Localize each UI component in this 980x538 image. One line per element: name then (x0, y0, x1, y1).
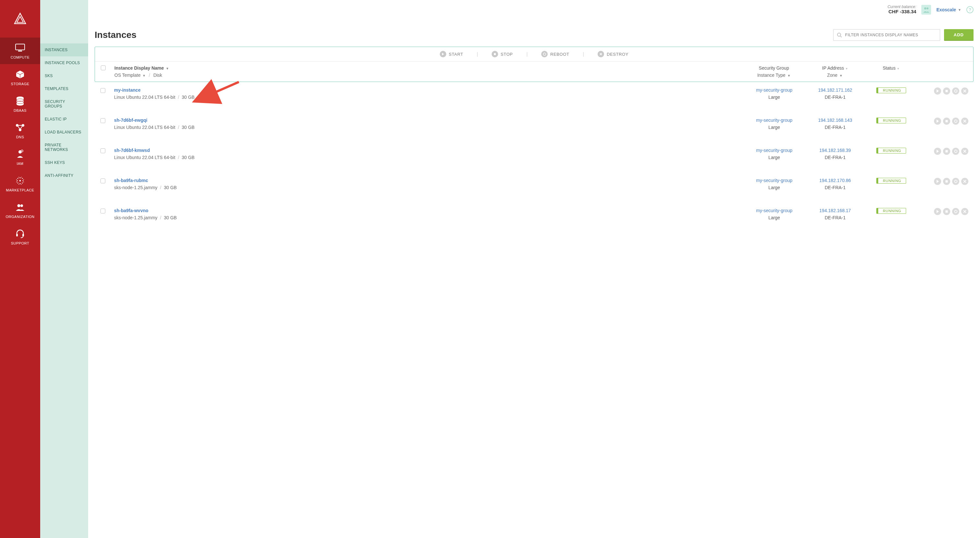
row-checkbox[interactable] (100, 148, 105, 153)
subnav-elastic-ip[interactable]: ELASTIC IP (40, 113, 88, 126)
row-actions (920, 148, 968, 155)
subnav-instance-pools[interactable]: INSTANCE POOLS (40, 56, 88, 69)
subnav-instances[interactable]: INSTANCES (40, 43, 88, 56)
row-stop-button[interactable] (943, 148, 950, 155)
row-destroy-button[interactable] (961, 208, 968, 215)
svg-point-20 (21, 177, 22, 178)
svg-point-22 (21, 184, 22, 185)
col-security-group[interactable]: Security Group (759, 65, 789, 71)
row-reboot-button[interactable] (952, 117, 959, 125)
row-stop-button[interactable] (943, 178, 950, 185)
stop-icon (492, 51, 498, 57)
avatar (921, 5, 931, 14)
svg-point-31 (924, 8, 926, 10)
zone-label: DE-FRA-1 (808, 185, 863, 190)
svg-rect-1 (18, 51, 22, 51)
ip-link[interactable]: 194.182.170.86 (819, 178, 851, 183)
nav-dbaas[interactable]: DBAAS (0, 91, 40, 117)
filter-box[interactable] (833, 29, 940, 41)
svg-point-15 (18, 178, 19, 179)
nav-storage[interactable]: STORAGE (0, 64, 40, 91)
row-reboot-button[interactable] (952, 87, 959, 95)
subnav-anti-affinity[interactable]: ANTI-AFFINITY (40, 169, 88, 182)
row-destroy-button[interactable] (961, 148, 968, 155)
security-group-link[interactable]: my-security-group (756, 178, 792, 183)
col-ip[interactable]: IP Address ▾ (822, 65, 848, 71)
subnav-load-balancers[interactable]: LOAD BALANCERS (40, 126, 88, 139)
svg-rect-37 (946, 90, 948, 92)
nav-marketplace[interactable]: MARKETPLACE (0, 170, 40, 197)
ip-link[interactable]: 194.182.168.143 (818, 117, 852, 123)
svg-point-21 (19, 184, 19, 185)
col-zone[interactable]: Zone ▼ (827, 73, 843, 78)
svg-point-25 (23, 179, 24, 180)
row-actions (920, 208, 968, 215)
row-start-button[interactable] (934, 87, 941, 95)
nav-label: ORGANIZATION (6, 215, 35, 219)
col-status[interactable]: Status ▾ (883, 65, 899, 71)
ip-link[interactable]: 194.182.168.17 (819, 208, 851, 213)
ip-link[interactable]: 194.182.171.162 (818, 87, 852, 93)
row-checkbox[interactable] (100, 209, 105, 213)
row-start-button[interactable] (934, 117, 941, 125)
bulk-stop[interactable]: STOP (492, 51, 513, 57)
nav-support[interactable]: SUPPORT (0, 224, 40, 238)
subnav-security-groups[interactable]: SECURITY GROUPS (40, 95, 88, 113)
instance-name-link[interactable]: sh-ba9fa-wvvno (114, 208, 148, 213)
people-icon (14, 202, 25, 213)
help-icon[interactable]: ? (966, 6, 974, 13)
row-start-button[interactable] (934, 148, 941, 155)
table-row: sh-ba9fa-rubmc sks-node-1.25.jammy/30 GB… (95, 172, 974, 195)
ip-link[interactable]: 194.182.168.39 (819, 148, 851, 153)
col-os-template[interactable]: OS Template ▼ (115, 73, 145, 78)
chevron-down-icon: ▼ (958, 8, 961, 12)
nav-organization[interactable]: ORGANIZATION (0, 197, 40, 224)
row-destroy-button[interactable] (961, 178, 968, 185)
security-group-link[interactable]: my-security-group (756, 208, 792, 213)
svg-rect-38 (946, 120, 948, 122)
add-button[interactable]: ADD (944, 29, 974, 41)
row-stop-button[interactable] (943, 208, 950, 215)
subnav-templates[interactable]: TEMPLATES (40, 82, 88, 95)
row-reboot-button[interactable] (952, 208, 959, 215)
row-start-button[interactable] (934, 178, 941, 185)
security-group-link[interactable]: my-security-group (756, 148, 792, 153)
row-reboot-button[interactable] (952, 148, 959, 155)
instance-name-link[interactable]: sh-7d6bf-ewgqi (114, 117, 148, 123)
svg-point-24 (16, 182, 17, 183)
row-stop-button[interactable] (943, 87, 950, 95)
filter-input[interactable] (845, 32, 937, 38)
instance-name-link[interactable]: sh-ba9fa-rubmc (114, 178, 148, 183)
subnav-private-networks[interactable]: PRIVATE NETWORKS (40, 139, 88, 156)
row-start-button[interactable] (934, 208, 941, 215)
instance-name-link[interactable]: sh-7d6bf-kmwsd (114, 148, 150, 153)
row-reboot-button[interactable] (952, 178, 959, 185)
row-checkbox[interactable] (100, 118, 105, 123)
col-name[interactable]: Instance Display Name ▼ (115, 65, 169, 71)
select-all-checkbox[interactable] (101, 65, 106, 70)
instance-type: Large (743, 215, 805, 220)
col-instance-type[interactable]: Instance Type ▼ (757, 73, 791, 78)
page-title: Instances (95, 30, 137, 40)
instance-name-link[interactable]: my-instance (114, 87, 141, 93)
nav-iam[interactable]: IAM (0, 144, 40, 170)
bulk-action-bar: START | STOP | REBOOT | DESTROY (95, 47, 973, 62)
bulk-reboot[interactable]: REBOOT (541, 51, 570, 57)
nav-compute[interactable]: COMPUTE (0, 38, 40, 64)
org-dropdown[interactable]: Exoscale ▼ (936, 7, 961, 12)
security-group-link[interactable]: my-security-group (756, 87, 792, 93)
row-checkbox[interactable] (100, 88, 105, 93)
row-stop-button[interactable] (943, 117, 950, 125)
subnav-ssh-keys[interactable]: SSH KEYS (40, 156, 88, 169)
subnav-sks[interactable]: SKS (40, 69, 88, 82)
svg-point-33 (837, 33, 841, 36)
security-group-link[interactable]: my-security-group (756, 117, 792, 123)
row-destroy-button[interactable] (961, 87, 968, 95)
bulk-destroy[interactable]: DESTROY (598, 51, 628, 57)
row-checkbox[interactable] (100, 178, 105, 183)
row-destroy-button[interactable] (961, 117, 968, 125)
row-actions (920, 87, 968, 95)
nav-dns[interactable]: DNS (0, 117, 40, 144)
col-disk[interactable]: Disk (153, 73, 162, 78)
bulk-start[interactable]: START (440, 51, 463, 57)
